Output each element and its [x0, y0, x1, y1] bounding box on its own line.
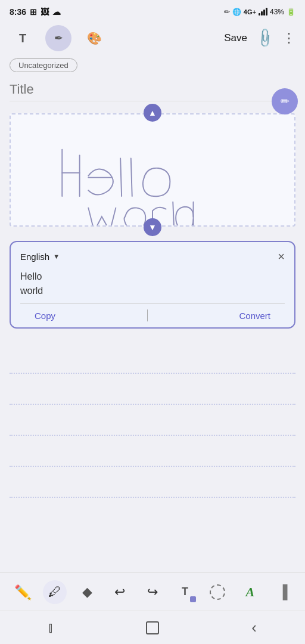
time-display: 8:36: [10, 7, 26, 17]
more-options-button[interactable]: ⋮: [282, 30, 295, 46]
more-tools-button[interactable]: ▐: [271, 580, 295, 604]
wifi-icon: 🌐: [232, 8, 241, 16]
handwriting-canvas[interactable]: [10, 113, 295, 227]
copy-button[interactable]: Copy: [35, 311, 55, 321]
highlighter-tool-button[interactable]: 🖊: [43, 580, 67, 604]
category-row: Uncategorized: [0, 55, 305, 76]
text-insert-button[interactable]: T: [173, 580, 197, 604]
palette-button[interactable]: 🎨: [81, 25, 107, 51]
fab-edit-icon: ✏: [281, 95, 290, 108]
lte-icon: 4G+: [244, 8, 256, 16]
category-tag[interactable]: Uncategorized: [10, 58, 77, 72]
text-insert-sub-icon: [190, 596, 196, 602]
pencil-tool-button[interactable]: ✏️: [10, 580, 34, 604]
undo-button[interactable]: ↩: [108, 580, 132, 604]
dotted-line-1: [10, 343, 295, 374]
dotted-line-4: [10, 436, 295, 467]
collapse-up-button[interactable]: ▲: [144, 104, 161, 122]
save-button[interactable]: Save: [224, 32, 247, 44]
collapse-down-button[interactable]: ▼: [144, 218, 161, 236]
image-icon: 🖼: [41, 7, 49, 17]
bottom-toolbar: ✏️ 🖊 ◆ ↩ ↪ T A ▐: [0, 572, 305, 611]
main-toolbar: T ✒ 🎨 Save 📎 ⋮: [0, 21, 305, 55]
title-input[interactable]: [10, 76, 295, 101]
convert-button[interactable]: Convert: [239, 311, 270, 321]
dotted-line-5: [10, 467, 295, 498]
status-bar: 8:36 ⊞ 🖼 ☁ ✏ 🌐 4G+ 43% 🔋: [0, 0, 305, 21]
battery-label: 43%: [270, 8, 284, 16]
recognition-panel: English ▼ × Helloworld Copy Convert: [10, 241, 295, 329]
recognized-text: Helloworld: [20, 270, 285, 303]
recognition-header: English ▼ ×: [20, 250, 285, 262]
language-selector[interactable]: English ▼: [20, 252, 60, 262]
toolbar-left: T ✒ 🎨: [10, 25, 224, 51]
toolbar-right: Save 📎 ⋮: [224, 30, 295, 46]
fab-edit-button[interactable]: ✏: [272, 88, 298, 114]
selection-tool-button[interactable]: [206, 580, 229, 604]
chevron-down-icon: ▼: [148, 222, 157, 232]
nav-back-icon: ‹: [251, 618, 257, 637]
eraser-tool-button[interactable]: ◆: [76, 580, 99, 604]
redo-button[interactable]: ↪: [141, 580, 164, 604]
language-dropdown-icon: ▼: [53, 253, 60, 260]
signal-icon: [259, 7, 267, 17]
handwriting-tool-button[interactable]: ✒: [45, 25, 71, 51]
status-left: 8:36 ⊞ 🖼 ☁: [10, 7, 61, 17]
selection-icon: [210, 584, 225, 600]
dotted-line-2: [10, 374, 295, 405]
nav-menu-button[interactable]: ⫿: [36, 615, 66, 641]
navigation-bar: ⫿ ‹: [0, 611, 305, 644]
nav-back-button[interactable]: ‹: [239, 615, 269, 641]
nav-menu-icon: ⫿: [48, 620, 54, 636]
recognition-actions: Copy Convert: [20, 303, 285, 327]
grid-icon: ⊞: [30, 7, 37, 17]
nav-home-button[interactable]: [138, 615, 167, 641]
language-label: English: [20, 252, 49, 262]
spellcheck-icon: A: [246, 584, 255, 600]
attach-button[interactable]: 📎: [254, 27, 276, 49]
dotted-line-3: [10, 405, 295, 436]
cloud-icon: ☁: [52, 7, 61, 17]
status-right: ✏ 🌐 4G+ 43% 🔋: [224, 7, 295, 17]
edit-indicator-icon: ✏: [224, 8, 230, 16]
nav-home-icon: [146, 621, 159, 634]
battery-icon: 🔋: [287, 8, 295, 16]
text-insert-icon: T: [182, 586, 188, 598]
handwriting-svg: [11, 114, 294, 225]
recognition-close-button[interactable]: ×: [278, 250, 285, 262]
note-area: ▲: [0, 76, 305, 329]
spellcheck-button[interactable]: A: [238, 580, 262, 604]
text-tool-button[interactable]: T: [10, 25, 36, 51]
handwriting-canvas-wrap: ▲: [10, 113, 295, 227]
chevron-up-icon: ▲: [148, 108, 157, 117]
action-divider: [147, 309, 148, 321]
lines-area: [0, 343, 305, 498]
